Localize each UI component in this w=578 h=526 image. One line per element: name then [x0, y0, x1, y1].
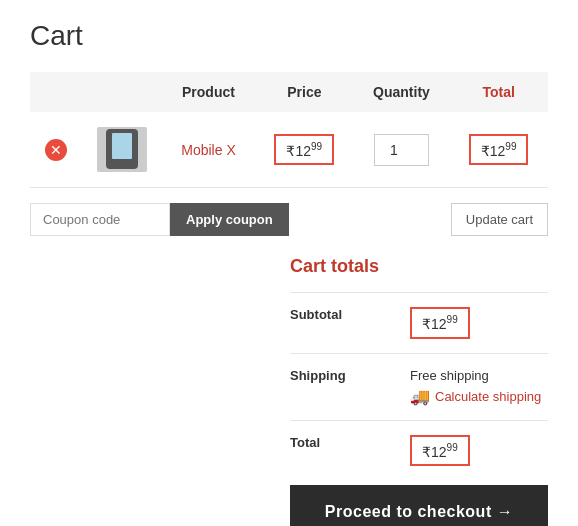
- cart-totals-title: Cart totals: [290, 256, 548, 277]
- total-symbol: ₹: [422, 443, 431, 459]
- price-whole: 12: [295, 142, 311, 158]
- subtotal-label: Subtotal: [290, 307, 410, 322]
- totals-table: Subtotal ₹1299 Shipping Free shipping 🚚 …: [290, 292, 548, 480]
- coupon-left: Apply coupon: [30, 203, 289, 236]
- cart-totals-section: Cart totals Subtotal ₹1299 Shipping Free…: [290, 256, 548, 526]
- subtotal-value: ₹1299: [410, 307, 548, 339]
- subtotal-whole: 12: [431, 316, 447, 332]
- total-symbol: ₹: [481, 142, 490, 158]
- product-image: [97, 127, 147, 172]
- total-value: ₹1299: [410, 435, 548, 467]
- total-decimal-final: 99: [447, 442, 458, 453]
- product-price: ₹1299: [274, 134, 334, 166]
- subtotal-symbol: ₹: [422, 316, 431, 332]
- shipping-label: Shipping: [290, 368, 410, 383]
- total-whole: 12: [431, 443, 447, 459]
- col-product: Product: [162, 72, 255, 112]
- table-row: ✕ Mobile X ₹1299 ₹1299: [30, 112, 548, 188]
- total-whole: 12: [490, 142, 506, 158]
- col-quantity: Quantity: [354, 72, 450, 112]
- col-total: Total: [449, 72, 548, 112]
- subtotal-row: Subtotal ₹1299: [290, 292, 548, 353]
- free-shipping-text: Free shipping: [410, 368, 548, 383]
- total-row: Total ₹1299: [290, 420, 548, 481]
- col-price: Price: [255, 72, 354, 112]
- price-decimal: 99: [311, 141, 322, 152]
- total-decimal: 99: [505, 141, 516, 152]
- apply-coupon-button[interactable]: Apply coupon: [170, 203, 289, 236]
- truck-icon: 🚚: [410, 387, 430, 406]
- cart-table: Product Price Quantity Total ✕ Mobile X …: [30, 72, 548, 188]
- remove-button[interactable]: ✕: [45, 139, 67, 161]
- page-title: Cart: [30, 20, 548, 52]
- product-name[interactable]: Mobile X: [181, 142, 235, 158]
- update-cart-button[interactable]: Update cart: [451, 203, 548, 236]
- calculate-shipping-link[interactable]: Calculate shipping: [435, 389, 541, 404]
- calculate-shipping-row: 🚚 Calculate shipping: [410, 387, 548, 406]
- subtotal-decimal: 99: [447, 314, 458, 325]
- coupon-input[interactable]: [30, 203, 170, 236]
- coupon-row: Apply coupon Update cart: [30, 203, 548, 236]
- shipping-row: Shipping Free shipping 🚚 Calculate shipp…: [290, 353, 548, 420]
- col-image: [82, 72, 162, 112]
- col-remove: [30, 72, 82, 112]
- proceed-checkout-button[interactable]: Proceed to checkout →: [290, 485, 548, 526]
- quantity-input[interactable]: [374, 134, 429, 166]
- product-total: ₹1299: [469, 134, 529, 166]
- total-label: Total: [290, 435, 410, 450]
- shipping-value: Free shipping 🚚 Calculate shipping: [410, 368, 548, 406]
